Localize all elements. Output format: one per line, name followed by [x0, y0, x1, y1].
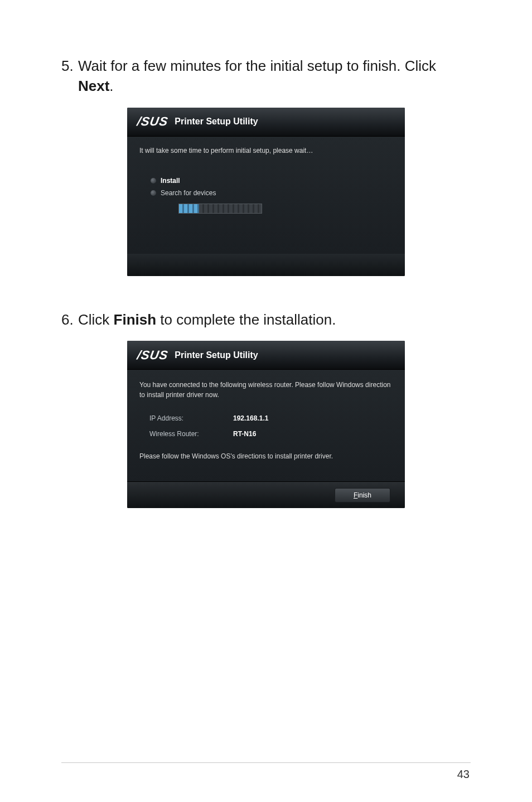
bullet-icon [151, 178, 156, 183]
router-row: Wireless Router: RT-N16 [139, 430, 393, 438]
asus-logo: /SUS [136, 348, 170, 363]
router-value: RT-N16 [233, 430, 256, 438]
connected-message: You have connected to the following wire… [139, 380, 393, 400]
dialog-footer: Finish [127, 481, 405, 508]
ip-value: 192.168.1.1 [233, 414, 268, 422]
dialog-title: Printer Setup Utility [175, 350, 258, 360]
step-text: Click Finish to complete the installatio… [78, 310, 336, 330]
finish-rest: inish [357, 491, 371, 499]
wait-message: It will take some time to perform initia… [139, 147, 393, 154]
step-text-pre: Wait for a few minutes for the initial s… [78, 57, 436, 74]
step-text-bold: Finish [114, 311, 157, 328]
step-number: 5. [61, 56, 78, 96]
page-number: 43 [457, 768, 470, 781]
asus-logo: /SUS [136, 114, 170, 129]
dialog-footer-blank [127, 254, 405, 276]
printer-setup-dialog-2: /SUS Printer Setup Utility You have conn… [127, 341, 405, 508]
dialog-body: It will take some time to perform initia… [127, 137, 405, 254]
step-6: 6. Click Finish to complete the installa… [61, 310, 471, 330]
finish-button[interactable]: Finish [335, 488, 390, 503]
step-5: 5. Wait for a few minutes for the initia… [61, 56, 471, 96]
step-text-post: . [109, 78, 113, 94]
follow-message: Please follow the Windows OS's direction… [139, 452, 393, 460]
ip-row: IP Address: 192.168.1.1 [139, 414, 393, 422]
bullet-icon [151, 190, 156, 196]
progress-bar [178, 204, 262, 214]
step-text-pre: Click [78, 311, 114, 328]
page-divider [61, 762, 471, 763]
router-label: Wireless Router: [149, 430, 233, 438]
step-text: Wait for a few minutes for the initial s… [78, 56, 471, 96]
step-number: 6. [61, 310, 78, 330]
install-label: Install [161, 177, 180, 185]
dialog-logo-area: /SUS Printer Setup Utility [137, 348, 258, 363]
setup-steps-list: Install Search for devices [139, 177, 393, 214]
search-step-row: Search for devices [151, 189, 393, 197]
progress-fill [179, 204, 199, 213]
dialog-body: You have connected to the following wire… [127, 370, 405, 481]
ip-label: IP Address: [149, 414, 233, 422]
dialog-title: Printer Setup Utility [175, 117, 258, 127]
finish-mnemonic: F [354, 491, 357, 499]
step-text-bold: Next [78, 78, 109, 94]
dialog-header: /SUS Printer Setup Utility [127, 341, 405, 370]
dialog-logo-area: /SUS Printer Setup Utility [137, 114, 258, 129]
progress-remainder [199, 204, 262, 213]
install-step-row: Install [151, 177, 393, 185]
printer-setup-dialog-1: /SUS Printer Setup Utility It will take … [127, 108, 405, 276]
dialog-header: /SUS Printer Setup Utility [127, 108, 405, 137]
page-content: 5. Wait for a few minutes for the initia… [0, 0, 532, 508]
step-text-post: to complete the installation. [156, 311, 336, 328]
search-label: Search for devices [161, 189, 216, 197]
